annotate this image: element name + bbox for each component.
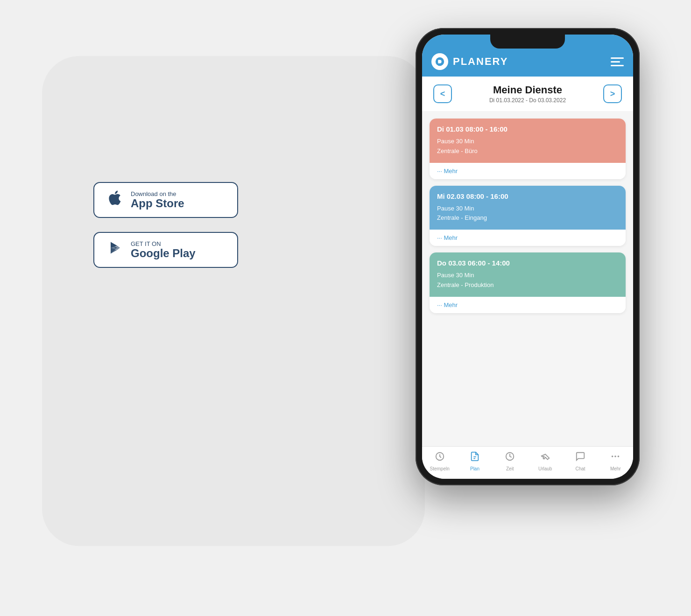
nav-title-sub: Di 01.03.2022 - Do 03.03.2022 xyxy=(489,97,566,104)
plane-icon xyxy=(540,451,550,464)
googleplay-icon xyxy=(107,239,124,260)
schedule-card-2-top: Mi 02.03 08:00 - 16:00 Pause 30 Min Zent… xyxy=(430,186,626,230)
appstore-big-text: App Store xyxy=(131,197,184,210)
app-content: < Meine Dienste Di 01.03.2022 - Do 03.03… xyxy=(422,77,633,446)
menu-line-2 xyxy=(611,61,620,63)
schedule-detail-2b: Zentrale - Eingang xyxy=(437,214,487,221)
clock-icon xyxy=(435,451,445,464)
menu-icon[interactable] xyxy=(611,57,624,66)
tab-urlaub[interactable]: Urlaub xyxy=(531,451,559,471)
next-button[interactable]: > xyxy=(603,84,622,103)
schedule-card-1: Di 01.03 08:00 - 16:00 Pause 30 Min Zent… xyxy=(430,119,626,179)
schedule-card-1-top: Di 01.03 08:00 - 16:00 Pause 30 Min Zent… xyxy=(430,119,626,163)
googleplay-big-text: Google Play xyxy=(131,247,196,259)
schedule-time-2: Mi 02.03 08:00 - 16:00 xyxy=(437,192,618,200)
tab-mehr-label: Mehr xyxy=(610,466,621,471)
schedule-detail-2a: Pause 30 Min xyxy=(437,205,474,212)
app-logo-text: PLANERY xyxy=(453,56,508,68)
chat-icon xyxy=(575,451,585,464)
svg-point-3 xyxy=(612,455,613,457)
schedule-card-3: Do 03.03 06:00 - 14:00 Pause 30 Min Zent… xyxy=(430,252,626,313)
schedule-card-3-top: Do 03.03 06:00 - 14:00 Pause 30 Min Zent… xyxy=(430,252,626,297)
schedule-mehr-3[interactable]: ··· Mehr xyxy=(430,297,626,313)
schedule-detail-3b: Zentrale - Produktion xyxy=(437,281,494,288)
appstore-text: Download on the App Store xyxy=(131,190,184,210)
nav-bar: < Meine Dienste Di 01.03.2022 - Do 03.03… xyxy=(422,77,633,111)
tab-zeit[interactable]: Zeit xyxy=(496,451,524,471)
schedule-detail-3: Pause 30 Min Zentrale - Produktion xyxy=(437,271,618,290)
prev-button[interactable]: < xyxy=(433,84,452,103)
svg-point-4 xyxy=(614,455,616,457)
schedule-time-1: Di 01.03 08:00 - 16:00 xyxy=(437,125,618,133)
nav-title: Meine Dienste Di 01.03.2022 - Do 03.03.2… xyxy=(489,84,566,104)
phone-outer: PLANERY < Meine Dienste xyxy=(416,28,640,485)
appstore-small-text: Download on the xyxy=(131,190,184,197)
tab-zeit-label: Zeit xyxy=(506,466,514,471)
phone-inner: PLANERY < Meine Dienste xyxy=(422,35,633,479)
googleplay-small-text: GET IT ON xyxy=(131,240,196,247)
googleplay-button[interactable]: GET IT ON Google Play xyxy=(93,232,238,268)
time-icon xyxy=(505,451,515,464)
tab-bar: Stempeln Plan xyxy=(422,446,633,479)
googleplay-text: GET IT ON Google Play xyxy=(131,240,196,259)
more-icon xyxy=(610,451,620,464)
schedule-detail-1b: Zentrale - Büro xyxy=(437,147,478,154)
menu-line-1 xyxy=(611,57,624,59)
tab-chat[interactable]: Chat xyxy=(566,451,594,471)
schedule-detail-1: Pause 30 Min Zentrale - Büro xyxy=(437,137,618,156)
app-logo: PLANERY xyxy=(431,53,508,70)
tab-mehr[interactable]: Mehr xyxy=(601,451,629,471)
tab-plan[interactable]: Plan xyxy=(461,451,489,471)
nav-title-main: Meine Dienste xyxy=(489,84,566,96)
background-card xyxy=(42,56,425,546)
tab-stempeln[interactable]: Stempeln xyxy=(426,451,454,471)
svg-point-5 xyxy=(618,455,620,457)
schedule-mehr-1[interactable]: ··· Mehr xyxy=(430,163,626,179)
schedule-detail-1a: Pause 30 Min xyxy=(437,138,474,145)
schedule-card-2: Mi 02.03 08:00 - 16:00 Pause 30 Min Zent… xyxy=(430,186,626,246)
doc-icon xyxy=(470,451,480,464)
schedule-detail-3a: Pause 30 Min xyxy=(437,272,474,279)
schedule-detail-2: Pause 30 Min Zentrale - Eingang xyxy=(437,204,618,224)
planery-logo-icon xyxy=(431,53,448,70)
phone-wrapper: PLANERY < Meine Dienste xyxy=(416,28,640,485)
tab-chat-label: Chat xyxy=(575,466,585,471)
tab-urlaub-label: Urlaub xyxy=(538,466,552,471)
phone-notch xyxy=(490,35,565,49)
menu-line-3 xyxy=(611,65,624,66)
tab-plan-label: Plan xyxy=(470,466,479,471)
appstore-button[interactable]: Download on the App Store xyxy=(93,182,238,218)
store-buttons-container: Download on the App Store GET IT ON Goog… xyxy=(93,182,238,268)
schedule-mehr-2[interactable]: ··· Mehr xyxy=(430,230,626,246)
apple-icon xyxy=(107,189,124,210)
scene: Download on the App Store GET IT ON Goog… xyxy=(42,28,649,588)
schedule-time-3: Do 03.03 06:00 - 14:00 xyxy=(437,259,618,267)
schedule-list: Di 01.03 08:00 - 16:00 Pause 30 Min Zent… xyxy=(422,111,633,446)
tab-stempeln-label: Stempeln xyxy=(430,466,450,471)
